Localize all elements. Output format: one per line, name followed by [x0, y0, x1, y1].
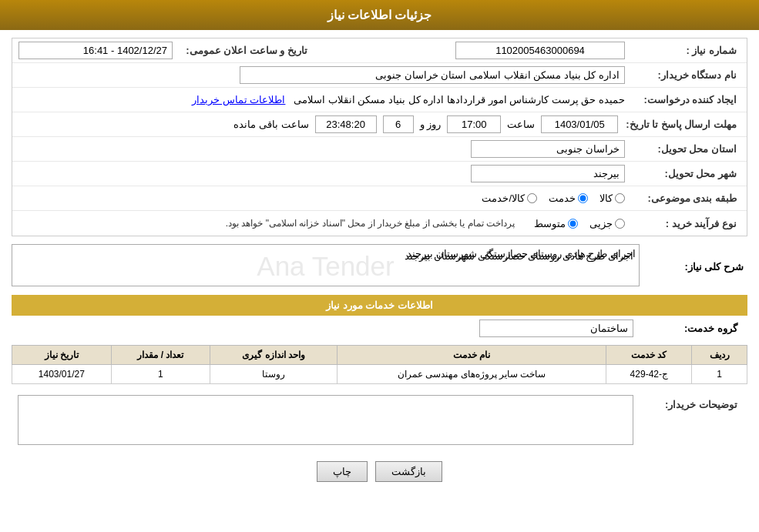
back-button[interactable]: بازگشت: [375, 461, 442, 482]
services-section-title: اطلاعات خدمات مورد نیاز: [12, 295, 747, 316]
deadline-days: 6: [383, 115, 414, 133]
buyer-desc-textarea[interactable]: [18, 395, 633, 445]
category-kala-khedmat: کالا/خدمت: [482, 192, 537, 204]
services-table-header-row: ردیف کد خدمت نام خدمت واحد اندازه گیری ت…: [12, 346, 747, 365]
purchase-type-motavasset-radio[interactable]: [568, 219, 578, 229]
info-section: شماره نیاز : 1102005463000694 تاریخ و سا…: [12, 38, 747, 236]
category-khedmat-radio[interactable]: [578, 193, 588, 203]
category-radio-group: کالا خدمت کالا/خدمت: [18, 192, 625, 204]
page-header: جزئیات اطلاعات نیاز: [0, 0, 759, 30]
category-khedmat: خدمت: [549, 192, 588, 204]
service-group-label: گروه خدمت:: [633, 323, 741, 334]
buyer-org-input: اداره کل بنیاد مسکن انقلاب اسلامی استان …: [240, 66, 625, 84]
services-table-body: 1 ج-42-429 ساخت سایر پروژه‌های مهندسی عم…: [12, 365, 747, 384]
description-overlay: اجرای طرح هادی روستای حصارستگی شهرستان ب…: [405, 250, 633, 262]
page-title: جزئیات اطلاعات نیاز: [327, 8, 432, 22]
cell-code-1: ج-42-429: [606, 365, 692, 384]
deadline-date: 1403/01/05: [541, 115, 618, 133]
city-label: شهر محل تحویل:: [633, 168, 741, 179]
purchase-type-motavasset: متوسط: [534, 218, 578, 229]
cell-unit-1: روستا: [210, 365, 338, 384]
category-kala-label: کالا: [599, 192, 613, 204]
purchase-type-radio-group: جزیی متوسط پرداخت تمام یا بخشی از مبلغ خ…: [18, 218, 625, 229]
col-unit: واحد اندازه گیری: [210, 346, 338, 365]
row-creator: ایجاد کننده درخواست: حمیده حق پرست کارشن…: [12, 88, 747, 112]
print-button[interactable]: چاپ: [317, 461, 368, 482]
province-value: خراسان جنوبی: [18, 140, 633, 158]
category-kala: کالا: [599, 192, 625, 204]
category-label: طبقه بندی موضوعی:: [633, 192, 741, 204]
category-value: کالا خدمت کالا/خدمت: [18, 192, 633, 204]
row-purchase-type: نوع فرآیند خرید : جزیی متوسط پرداخت تمام…: [12, 211, 747, 236]
row-city: شهر محل تحویل: بیرجند: [12, 162, 747, 186]
buyer-org-value: اداره کل بنیاد مسکن انقلاب اسلامی استان …: [18, 66, 633, 84]
city-input: بیرجند: [471, 165, 625, 182]
category-kala-radio[interactable]: [615, 193, 625, 203]
cell-date-1: 1403/01/27: [12, 365, 112, 384]
deadline-day-label: روز و: [420, 119, 442, 130]
purchase-type-jozi-label: جزیی: [589, 218, 613, 229]
col-quantity: تعداد / مقدار: [111, 346, 210, 365]
countdown-row: 1403/01/05 ساعت 17:00 روز و 6 23:48:20 س…: [18, 115, 618, 133]
creator-text: حمیده حق پرست کارشناس امور قراردادها ادا…: [294, 94, 625, 105]
deadline-value: 1403/01/05 ساعت 17:00 روز و 6 23:48:20 س…: [18, 115, 626, 133]
cell-row-1: 1: [692, 365, 747, 384]
deadline-label: مهلت ارسال پاسخ تا تاریخ:: [626, 119, 741, 130]
bottom-buttons: بازگشت چاپ: [12, 461, 747, 482]
creator-link[interactable]: اطلاعات تماس خریدار: [192, 94, 285, 105]
deadline-time: 17:00: [447, 115, 501, 133]
city-value: بیرجند: [18, 165, 633, 182]
purchase-type-jozi-radio[interactable]: [615, 219, 625, 229]
announcement-label: تاریخ و ساعت اعلان عمومی:: [173, 45, 311, 56]
deadline-remaining: 23:48:20: [315, 115, 377, 133]
province-label: استان محل تحویل:: [633, 143, 741, 155]
description-container: Ana Tender اجرای طرح هادی روستای حصارستگ…: [12, 244, 640, 289]
row-deadline: مهلت ارسال پاسخ تا تاریخ: 1403/01/05 ساع…: [12, 112, 747, 137]
buyer-org-label: نام دستگاه خریدار:: [633, 69, 741, 81]
province-input: خراسان جنوبی: [471, 140, 625, 158]
row-province: استان محل تحویل: خراسان جنوبی: [12, 137, 747, 162]
row-need-number: شماره نیاز : 1102005463000694 تاریخ و سا…: [12, 38, 747, 63]
buyer-desc-label: توضیحات خریدار:: [633, 395, 741, 410]
deadline-remaining-label: ساعت باقی مانده: [233, 119, 308, 130]
purchase-type-value: جزیی متوسط پرداخت تمام یا بخشی از مبلغ خ…: [18, 218, 633, 229]
buyer-desc-section: توضیحات خریدار:: [12, 390, 747, 450]
col-service-name: نام خدمت: [337, 346, 606, 365]
service-group-value: ساختمان: [479, 320, 633, 337]
need-number-label: شماره نیاز :: [633, 45, 741, 56]
category-kala-khedmat-label: کالا/خدمت: [482, 192, 525, 204]
col-row-number: ردیف: [692, 346, 747, 365]
purchase-type-jozi: جزیی: [589, 218, 625, 229]
cell-name-1: ساخت سایر پروژه‌های مهندسی عمران: [337, 365, 606, 384]
col-service-code: کد خدمت: [606, 346, 692, 365]
creator-label: ایجاد کننده درخواست:: [633, 94, 741, 105]
content-area: شماره نیاز : 1102005463000694 تاریخ و سا…: [0, 30, 759, 501]
row-category: طبقه بندی موضوعی: کالا خدمت: [12, 186, 747, 211]
creator-value: حمیده حق پرست کارشناس امور قراردادها ادا…: [18, 94, 633, 105]
cell-qty-1: 1: [111, 365, 210, 384]
description-label: شرح کلی نیاز:: [640, 261, 747, 273]
services-table: ردیف کد خدمت نام خدمت واحد اندازه گیری ت…: [12, 345, 747, 384]
category-kala-khedmat-radio[interactable]: [527, 193, 537, 203]
row-buyer-org: نام دستگاه خریدار: اداره کل بنیاد مسکن ا…: [12, 63, 747, 88]
purchase-type-motavasset-label: متوسط: [534, 218, 566, 229]
table-row: 1 ج-42-429 ساخت سایر پروژه‌های مهندسی عم…: [12, 365, 747, 384]
category-khedmat-label: خدمت: [549, 192, 576, 204]
description-section: شرح کلی نیاز: Ana Tender اجرای طرح هادی …: [12, 244, 747, 289]
announcement-value: 1402/12/27 - 16:41: [18, 42, 173, 59]
service-group-row: گروه خدمت: ساختمان: [12, 316, 747, 341]
col-date: تاریخ نیاز: [12, 346, 112, 365]
services-table-header: ردیف کد خدمت نام خدمت واحد اندازه گیری ت…: [12, 346, 747, 365]
page-wrapper: جزئیات اطلاعات نیاز شماره نیاز : 1102005…: [0, 0, 759, 532]
deadline-time-label: ساعت: [507, 119, 535, 130]
purchase-type-label: نوع فرآیند خرید :: [633, 218, 741, 229]
need-number-input: 1102005463000694: [455, 42, 625, 59]
purchase-type-note: پرداخت تمام یا بخشی از مبلغ خریدار از مح…: [226, 218, 515, 229]
need-number-value: 1102005463000694: [311, 42, 633, 59]
